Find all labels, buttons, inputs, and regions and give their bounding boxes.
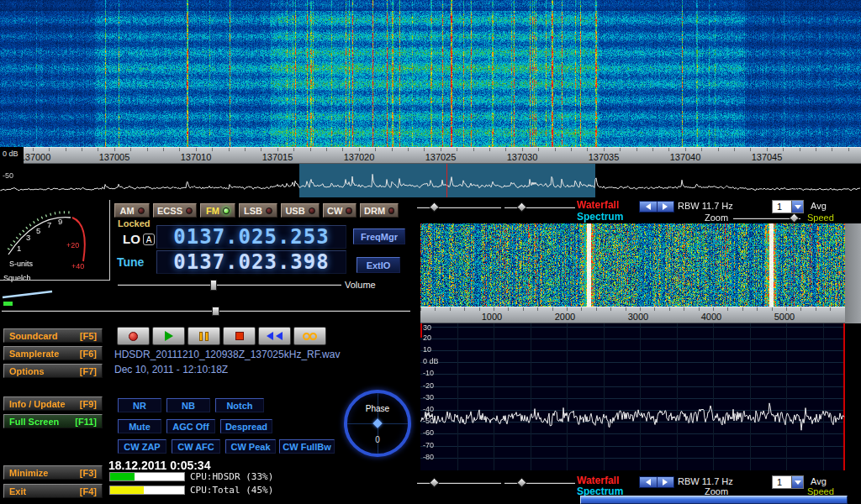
recording-timestamp: Dec 10, 2011 - 12:10:18Z (114, 364, 228, 375)
slider-thumb[interactable] (789, 213, 800, 223)
strip-minus50-label: -50 (3, 171, 13, 180)
s-meter: 1 3 5 7 9 +20 +40 S-units Squelch (0, 199, 109, 308)
sidebar-button-samplerate[interactable]: Samplerate[F6] (3, 346, 103, 360)
pause-button[interactable] (188, 327, 220, 345)
slider-thumb[interactable] (429, 477, 440, 488)
nb-button[interactable]: NB (166, 398, 210, 412)
despread-button[interactable]: Despread (220, 419, 272, 433)
smeter-tick-label: 3 (26, 233, 30, 242)
mode-label: LSB (244, 206, 262, 216)
mode-label: ECSS (157, 206, 182, 216)
stop-button[interactable] (223, 327, 256, 345)
mode-button-cw[interactable]: CW (323, 203, 357, 218)
waterfall-brightness-slider[interactable] (417, 203, 501, 212)
mode-button-lsb[interactable]: LSB (239, 203, 277, 218)
sidebar-key: [F4] (80, 486, 97, 496)
meter-divider-vertical (109, 200, 110, 281)
sidebar-button-exit[interactable]: Exit[F4] (3, 484, 103, 498)
main-gain-thumb[interactable] (212, 307, 219, 316)
rf-scale-label: 5000 (759, 312, 810, 322)
avg-select-bottom[interactable]: 1 (772, 475, 804, 489)
spectrum-tab[interactable]: Spectrum (577, 212, 623, 222)
frequency-scale-ticks (0, 148, 861, 151)
cw-peak-button[interactable]: CW Peak (225, 439, 276, 454)
extio-button[interactable]: ExtIO (357, 257, 400, 273)
lo-lock-badge[interactable]: A (143, 234, 155, 245)
lo-frequency-display[interactable]: 0137.025.253 (156, 225, 346, 249)
rf-scale-label: 4000 (686, 312, 737, 322)
rf-spectrum-canvas[interactable] (420, 323, 845, 470)
nr-button[interactable]: NR (118, 398, 161, 412)
waterfall-brightness-slider-bottom[interactable] (417, 479, 501, 487)
zoom-span-bar[interactable] (580, 496, 848, 504)
phase-scope: Phase 0 (344, 390, 411, 457)
mode-led-icon (346, 207, 352, 214)
volume-slider[interactable] (118, 281, 341, 289)
freqmgr-button[interactable]: FreqMgr (353, 228, 405, 244)
sidebar-label: Options (9, 366, 45, 376)
slider-thumb[interactable] (516, 202, 527, 213)
cpu-hdsdr-bar-fill (110, 473, 135, 480)
mode-button-am[interactable]: AM (114, 203, 150, 218)
main-gain-slider[interactable] (2, 307, 410, 315)
speed-spinner-bottom[interactable] (639, 476, 674, 488)
waterfall-contrast-slider[interactable] (504, 203, 575, 212)
loop-button[interactable] (293, 327, 326, 345)
chevron-down-icon[interactable] (791, 476, 803, 488)
main-waterfall-canvas[interactable] (0, 0, 861, 147)
phase-label: Phase (347, 404, 408, 413)
mode-button-usb[interactable]: USB (281, 203, 320, 218)
sidebar-button-soundcard[interactable]: Soundcard[F5] (3, 328, 103, 343)
smeter-tick-label: 1 (17, 244, 21, 253)
cw-fullbw-button[interactable]: CW FullBw (279, 439, 335, 454)
rf-waterfall-canvas[interactable] (420, 223, 845, 307)
mode-button-drm[interactable]: DRM (360, 203, 399, 218)
waterfall-tab-bottom[interactable]: Waterfall (577, 475, 619, 486)
avg-select[interactable]: 1 (772, 200, 804, 213)
notch-button[interactable]: Notch (215, 398, 264, 412)
mode-button-fm[interactable]: FM (200, 203, 235, 218)
chevron-down-icon[interactable] (791, 201, 803, 213)
freq-scale-label: 137045 (742, 152, 792, 162)
spinner-left-arrow-icon[interactable] (640, 202, 658, 212)
mode-button-ecss[interactable]: ECSS (153, 203, 197, 218)
loop-icon (309, 333, 317, 340)
mode-label: AM (119, 206, 134, 216)
mute-button[interactable]: Mute (118, 419, 161, 433)
sidebar-button-info-update[interactable]: Info / Update[F9] (3, 396, 103, 411)
sidebar-button-options[interactable]: Options[F7] (3, 364, 103, 378)
volume-label: Volume (345, 280, 376, 290)
zoom-slider[interactable] (733, 214, 800, 223)
spinner-right-arrow-icon[interactable] (658, 202, 674, 212)
cw-afc-button[interactable]: CW AFC (172, 439, 220, 454)
record-button[interactable] (117, 327, 150, 345)
spectrum-strip-canvas[interactable] (0, 164, 861, 197)
frequency-scale[interactable]: 137000 137005 137010 137015 137020 13702… (0, 147, 861, 164)
sidebar-key: [F7] (80, 366, 97, 376)
sidebar-button-fullscreen[interactable]: Full Screen[F11] (3, 414, 103, 428)
agc-button[interactable]: AGC Off (166, 419, 215, 433)
avg-select-value: 1 (773, 201, 791, 213)
lo-label: LO (123, 232, 140, 246)
tune-frequency-display[interactable]: 0137.023.398 (156, 250, 346, 274)
db-label: -80 (423, 453, 434, 461)
phase-marker-icon (372, 418, 382, 428)
spinner-left-arrow-icon[interactable] (640, 477, 658, 487)
recording-filename: HDSDR_20111210_120938Z_137025kHz_RF.wav (114, 349, 340, 360)
record-icon (129, 332, 138, 341)
slider-thumb[interactable] (516, 477, 527, 488)
rf-frequency-scale[interactable]: 1000 2000 3000 4000 5000 (420, 307, 845, 323)
waterfall-contrast-slider-bottom[interactable] (504, 479, 575, 487)
volume-slider-thumb[interactable] (210, 280, 217, 291)
freq-scale-label: 137005 (89, 152, 140, 162)
speed-spinner[interactable] (639, 201, 674, 213)
play-button[interactable] (152, 327, 185, 345)
waterfall-tab[interactable]: Waterfall (577, 200, 619, 210)
slider-thumb[interactable] (429, 202, 440, 213)
sidebar-button-minimize[interactable]: Minimize[F3] (3, 465, 103, 480)
rewind-button[interactable] (258, 327, 291, 345)
sidebar-label: Samplerate (9, 349, 59, 359)
cw-zap-button[interactable]: CW ZAP (118, 439, 166, 454)
spinner-right-arrow-icon[interactable] (658, 477, 674, 487)
freq-scale-label: 137010 (171, 152, 221, 162)
